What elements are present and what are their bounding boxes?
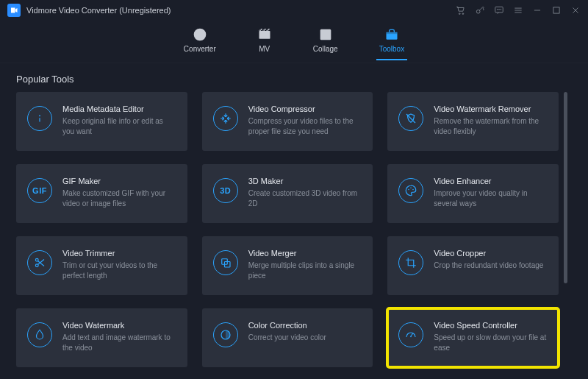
merge-icon — [213, 250, 238, 275]
tab-label: Toolbox — [379, 45, 404, 53]
compress-icon — [213, 106, 238, 131]
scrollbar-thumb[interactable] — [564, 92, 567, 283]
key-icon[interactable] — [475, 5, 485, 15]
tool-title: Video Watermark Remover — [434, 105, 548, 113]
tool-desc: Trim or cut your videos to the perfect l… — [62, 261, 176, 280]
tool-desc: Create customized 3D video from 2D — [248, 188, 362, 208]
feedback-icon[interactable] — [494, 5, 504, 15]
watermark-remove-icon — [398, 106, 423, 131]
gauge-icon — [398, 322, 423, 347]
tool-title: Video Enhancer — [434, 177, 548, 185]
svg-point-2 — [476, 10, 480, 13]
tool-title: Video Merger — [248, 249, 362, 258]
tool-desc: Crop the redundant video footage — [434, 261, 543, 271]
tool-video-enhancer[interactable]: Video EnhancerImprove your video quality… — [387, 164, 559, 223]
crop-icon — [398, 250, 423, 275]
tool-desc: Add text and image watermark to the vide… — [62, 333, 176, 353]
scissors-icon — [27, 250, 52, 275]
tool-title: Media Metadata Editor — [62, 105, 176, 113]
tab-label: MV — [259, 45, 270, 53]
tab-mv[interactable]: MV — [254, 24, 275, 60]
info-icon — [27, 106, 52, 131]
tool-desc: Remove the watermark from the video flex… — [434, 116, 548, 136]
svg-point-12 — [409, 189, 410, 191]
svg-rect-8 — [259, 31, 270, 39]
header-right — [456, 5, 581, 15]
tool-video-watermark-remover[interactable]: Video Watermark RemoverRemove the waterm… — [387, 92, 559, 151]
tool-desc: Make customized GIF with your video or i… — [62, 188, 176, 208]
title-bar: Vidmore Video Converter (Unregistered) — [0, 0, 588, 21]
tab-collage[interactable]: Collage — [310, 24, 341, 60]
three-d-label: 3D — [220, 186, 231, 195]
tool-title: Video Trimmer — [62, 249, 176, 258]
svg-point-13 — [411, 188, 412, 189]
svg-point-5 — [499, 9, 500, 10]
droplet-icon — [27, 322, 52, 347]
tool-title: Video Speed Controller — [434, 321, 548, 330]
tab-converter[interactable]: Converter — [181, 24, 219, 60]
section-title: Popular Tools — [16, 74, 572, 85]
close-icon[interactable] — [570, 5, 581, 15]
svg-point-0 — [459, 13, 460, 15]
tool-title: Video Compressor — [248, 105, 362, 113]
three-d-icon: 3D — [213, 178, 238, 203]
tool-desc: Improve your video quality in several wa… — [434, 188, 548, 208]
tool-desc: Keep original file info or edit as you w… — [62, 116, 176, 136]
svg-point-16 — [35, 264, 38, 267]
content-area: Popular Tools Media Metadata EditorKeep … — [0, 63, 588, 379]
tool-title: Video Cropper — [434, 249, 543, 258]
tool-desc: Speed up or slow down your file at ease — [434, 333, 548, 353]
tool-video-compressor[interactable]: Video CompressorCompress your video file… — [202, 92, 373, 151]
menu-icon[interactable] — [513, 5, 523, 15]
header-left: Vidmore Video Converter (Unregistered) — [7, 4, 171, 17]
minimize-icon[interactable] — [532, 5, 542, 15]
tool-desc: Compress your video files to the proper … — [248, 116, 362, 136]
svg-rect-10 — [386, 32, 397, 35]
cart-icon[interactable] — [456, 5, 466, 15]
tool-gif-maker[interactable]: GIF GIF MakerMake customized GIF with yo… — [16, 164, 187, 223]
tool-title: GIF Maker — [62, 177, 176, 185]
svg-point-15 — [35, 258, 38, 261]
main-tabs: Converter MV Collage Toolbox — [0, 22, 588, 63]
gif-icon: GIF — [27, 178, 52, 203]
svg-point-1 — [462, 13, 464, 15]
maximize-icon[interactable] — [551, 5, 562, 15]
tools-scroll-area: Media Metadata EditorKeep original file … — [16, 92, 572, 379]
tab-label: Converter — [184, 45, 216, 53]
app-logo-icon — [7, 4, 21, 17]
tools-grid: Media Metadata EditorKeep original file … — [16, 92, 572, 367]
tool-video-speed-controller[interactable]: Video Speed ControllerSpeed up or slow d… — [387, 308, 559, 367]
palette-icon — [398, 178, 423, 203]
tool-video-trimmer[interactable]: Video TrimmerTrim or cut your videos to … — [16, 236, 187, 295]
tool-desc: Merge multiple clips into a single piece — [248, 261, 362, 280]
tool-3d-maker[interactable]: 3D 3D MakerCreate customized 3D video fr… — [202, 164, 373, 223]
tool-color-correction[interactable]: Color CorrectionCorrect your video color — [202, 308, 373, 367]
tab-toolbox[interactable]: Toolbox — [376, 24, 407, 60]
svg-point-14 — [413, 189, 415, 191]
tool-media-metadata-editor[interactable]: Media Metadata EditorKeep original file … — [16, 92, 187, 151]
tab-label: Collage — [313, 45, 338, 53]
gif-label: GIF — [32, 186, 47, 195]
tool-title: Video Watermark — [62, 321, 176, 330]
svg-point-11 — [39, 115, 40, 116]
app-title: Vidmore Video Converter (Unregistered) — [26, 6, 171, 15]
tool-video-merger[interactable]: Video MergerMerge multiple clips into a … — [202, 236, 373, 295]
svg-rect-7 — [553, 7, 559, 13]
tool-desc: Correct your video color — [248, 333, 326, 343]
tool-video-watermark[interactable]: Video WatermarkAdd text and image waterm… — [16, 308, 187, 367]
tool-title: Color Correction — [248, 321, 326, 330]
svg-point-4 — [497, 9, 498, 10]
color-circle-icon — [213, 322, 238, 347]
tool-video-cropper[interactable]: Video CropperCrop the redundant video fo… — [387, 236, 559, 295]
svg-point-6 — [501, 9, 501, 10]
svg-point-20 — [410, 336, 412, 337]
tool-title: 3D Maker — [248, 177, 362, 185]
